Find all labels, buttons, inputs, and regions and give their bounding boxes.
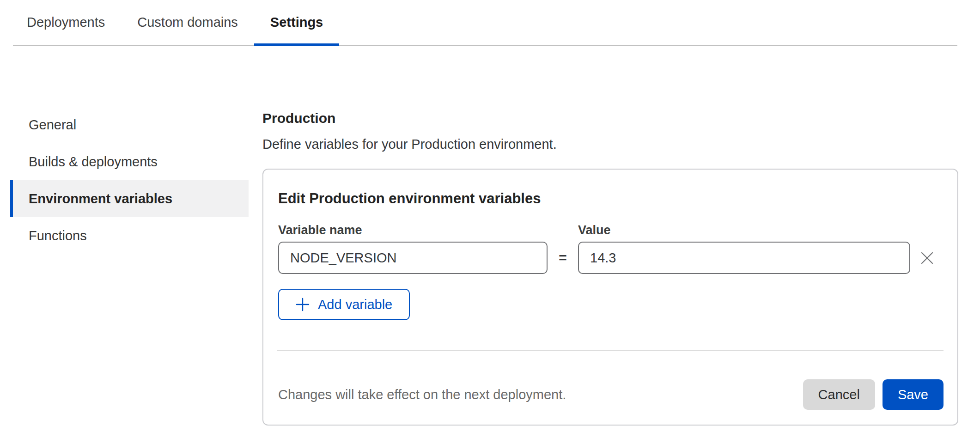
tab-deployments-label: Deployments (27, 15, 105, 30)
sidebar-item-functions[interactable]: Functions (10, 217, 249, 254)
footer-actions: Cancel Save (803, 379, 943, 410)
settings-sidebar: General Builds & deployments Environment… (10, 106, 249, 254)
tab-deployments[interactable]: Deployments (13, 0, 121, 45)
footer-note: Changes will take effect on the next dep… (277, 387, 566, 402)
tab-settings-label: Settings (270, 15, 323, 30)
settings-content: Production Define variables for your Pro… (262, 111, 958, 426)
equals-sign: = (548, 242, 578, 274)
sidebar-item-environment-variables[interactable]: Environment variables (10, 180, 249, 217)
card-title: Edit Production environment variables (277, 190, 943, 207)
variable-value-label: Value (578, 223, 910, 237)
tab-custom-domains-label: Custom domains (137, 15, 238, 30)
add-variable-label: Add variable (318, 297, 392, 312)
cancel-button[interactable]: Cancel (803, 379, 875, 410)
tab-settings[interactable]: Settings (254, 0, 339, 45)
section-description: Define variables for your Production env… (262, 138, 958, 151)
variable-name-input[interactable] (278, 242, 548, 274)
save-button[interactable]: Save (883, 379, 943, 410)
card-footer: Changes will take effect on the next dep… (277, 379, 943, 410)
plus-icon (296, 298, 310, 311)
sidebar-item-functions-label: Functions (29, 228, 87, 243)
sidebar-item-builds-deployments-label: Builds & deployments (29, 154, 158, 170)
project-tabbar: Deployments Custom domains Settings (13, 0, 957, 46)
section-title: Production (262, 111, 958, 125)
card-divider (277, 350, 943, 351)
x-icon (921, 252, 933, 264)
environment-variables-card: Edit Production environment variables Va… (262, 169, 958, 426)
sidebar-item-environment-variables-label: Environment variables (29, 191, 172, 207)
variable-name-field-group: Variable name (278, 223, 548, 274)
remove-variable-button[interactable] (910, 242, 943, 274)
sidebar-item-general-label: General (29, 117, 76, 133)
variable-row: Variable name = Value (277, 223, 943, 274)
variable-name-label: Variable name (278, 223, 548, 237)
tab-custom-domains[interactable]: Custom domains (121, 0, 254, 45)
add-variable-button[interactable]: Add variable (278, 289, 410, 320)
sidebar-item-builds-deployments[interactable]: Builds & deployments (10, 143, 249, 180)
variable-value-field-group: Value (578, 223, 910, 274)
variable-value-input[interactable] (578, 242, 910, 274)
sidebar-item-general[interactable]: General (10, 106, 249, 143)
